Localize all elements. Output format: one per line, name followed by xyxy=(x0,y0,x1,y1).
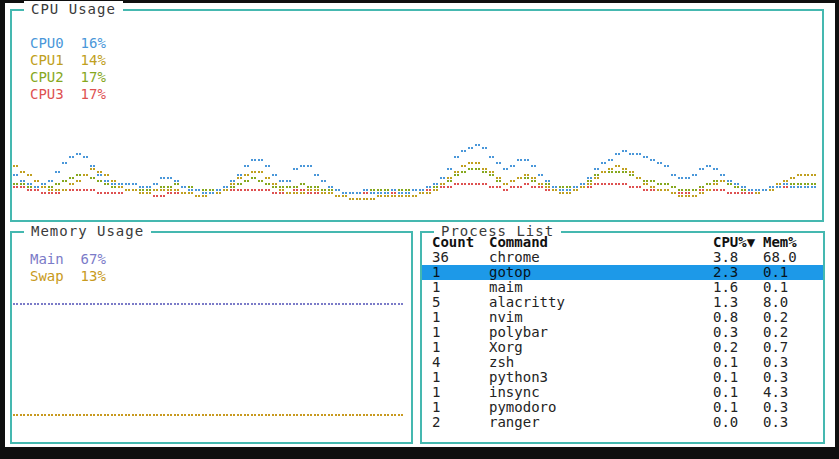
table-row[interactable]: 2ranger0.00.3 xyxy=(422,415,823,430)
cell-cpu: 0.8 xyxy=(713,310,763,325)
table-row[interactable]: 4zsh0.10.3 xyxy=(422,355,823,370)
cell-command: nvim xyxy=(489,310,713,325)
cell-mem: 0.3 xyxy=(763,370,823,385)
process-list-panel: Process List CountCommandCPU%▼Mem%36chro… xyxy=(420,231,825,444)
cell-command: chrome xyxy=(489,250,713,265)
legend-item: Swap 13% xyxy=(30,268,106,285)
cell-cpu: 0.0 xyxy=(713,415,763,430)
cpu-usage-chart xyxy=(13,12,821,219)
cell-cpu: 0.1 xyxy=(713,370,763,385)
cell-cpu: 2.3 xyxy=(713,265,763,280)
cell-cpu: 0.1 xyxy=(713,400,763,415)
cell-cpu: 3.8 xyxy=(713,250,763,265)
cell-count: 2 xyxy=(432,415,489,430)
cell-command: maim xyxy=(489,280,713,295)
cell-mem: 4.3 xyxy=(763,385,823,400)
memory-legend: Main 67%Swap 13% xyxy=(30,251,106,285)
cell-mem: 0.3 xyxy=(763,355,823,370)
cell-mem: 0.2 xyxy=(763,310,823,325)
cell-count: 1 xyxy=(432,325,489,340)
cell-command: pymodoro xyxy=(489,400,713,415)
table-row[interactable]: 1insync0.14.3 xyxy=(422,385,823,400)
legend-item: Main 67% xyxy=(30,251,106,268)
cell-command: alacritty xyxy=(489,295,713,310)
cell-count: 1 xyxy=(432,265,489,280)
cell-cpu: 0.1 xyxy=(713,355,763,370)
legend-item: CPU1 14% xyxy=(30,52,106,69)
cell-mem: 68.0 xyxy=(763,250,823,265)
legend-item: CPU3 17% xyxy=(30,86,106,103)
table-row[interactable]: 36chrome3.868.0 xyxy=(422,250,823,265)
table-row[interactable]: 5alacritty1.38.0 xyxy=(422,295,823,310)
cell-mem: 0.3 xyxy=(763,400,823,415)
column-header-mem: Mem% xyxy=(763,235,823,250)
table-row-selected[interactable]: 1gotop2.30.1 xyxy=(422,265,823,280)
legend-item: CPU2 17% xyxy=(30,69,106,86)
cell-command: python3 xyxy=(489,370,713,385)
cell-count: 4 xyxy=(432,355,489,370)
cell-mem: 8.0 xyxy=(763,295,823,310)
cell-mem: 0.2 xyxy=(763,325,823,340)
column-header-count: Count xyxy=(432,235,489,250)
cell-cpu: 0.1 xyxy=(713,385,763,400)
cell-cpu: 1.3 xyxy=(713,295,763,310)
column-header-cpu: CPU%▼ xyxy=(713,235,763,250)
cell-cpu: 0.3 xyxy=(713,325,763,340)
table-row[interactable]: 1pymodoro0.10.3 xyxy=(422,400,823,415)
cell-command: Xorg xyxy=(489,340,713,355)
cell-count: 1 xyxy=(432,280,489,295)
cell-mem: 0.7 xyxy=(763,340,823,355)
table-row[interactable]: 1nvim0.80.2 xyxy=(422,310,823,325)
cell-command: gotop xyxy=(489,265,713,280)
cell-count: 1 xyxy=(432,370,489,385)
gotop-window: CPU Usage CPU0 16%CPU1 14%CPU2 17%CPU3 1… xyxy=(0,0,839,459)
cell-mem: 0.3 xyxy=(763,415,823,430)
process-table[interactable]: CountCommandCPU%▼Mem%36chrome3.868.01got… xyxy=(422,235,823,442)
cell-mem: 0.1 xyxy=(763,265,823,280)
table-row[interactable]: 1polybar0.30.2 xyxy=(422,325,823,340)
cell-command: ranger xyxy=(489,415,713,430)
cell-count: 1 xyxy=(432,340,489,355)
cell-count: 1 xyxy=(432,385,489,400)
cell-count: 1 xyxy=(432,310,489,325)
cell-command: polybar xyxy=(489,325,713,340)
cell-command: insync xyxy=(489,385,713,400)
cell-command: zsh xyxy=(489,355,713,370)
table-row[interactable]: 1Xorg0.20.7 xyxy=(422,340,823,355)
cell-mem: 0.1 xyxy=(763,280,823,295)
cpu-usage-panel: CPU Usage CPU0 16%CPU1 14%CPU2 17%CPU3 1… xyxy=(10,9,824,222)
cell-cpu: 1.6 xyxy=(713,280,763,295)
memory-usage-panel: Memory Usage Main 67%Swap 13% xyxy=(10,231,413,444)
cell-count: 36 xyxy=(432,250,489,265)
cell-cpu: 0.2 xyxy=(713,340,763,355)
table-row[interactable]: 1python30.10.3 xyxy=(422,370,823,385)
cell-count: 1 xyxy=(432,400,489,415)
legend-item: CPU0 16% xyxy=(30,35,106,52)
column-header-command: Command xyxy=(489,235,713,250)
process-table-header: CountCommandCPU%▼Mem% xyxy=(422,235,823,250)
cell-count: 5 xyxy=(432,295,489,310)
cpu-legend: CPU0 16%CPU1 14%CPU2 17%CPU3 17% xyxy=(30,35,106,103)
terminal-screen: CPU Usage CPU0 16%CPU1 14%CPU2 17%CPU3 1… xyxy=(5,3,835,447)
table-row[interactable]: 1maim1.60.1 xyxy=(422,280,823,295)
